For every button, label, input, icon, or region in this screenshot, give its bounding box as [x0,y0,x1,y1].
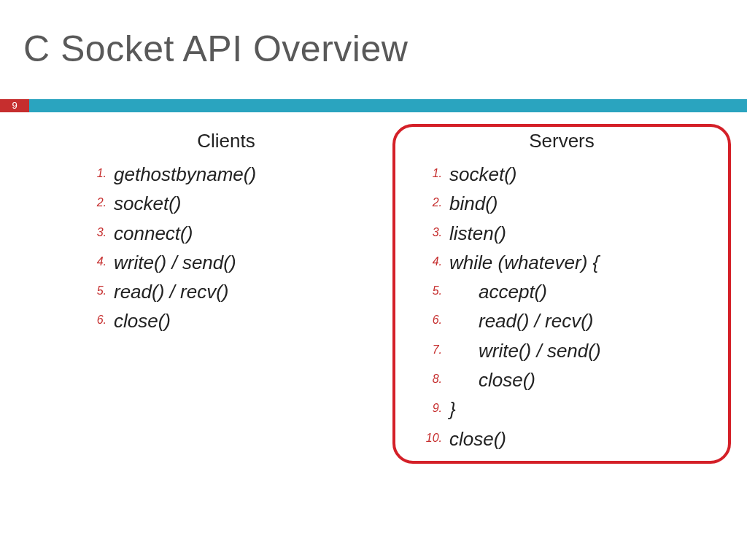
servers-column: Servers socket()bind()listen()while (wha… [401,130,722,454]
clients-step: connect() [85,219,387,248]
servers-step: socket() [420,160,722,189]
clients-step: read() / recv() [85,277,387,306]
slide: C Socket API Overview 9 Clients gethostb… [0,0,747,560]
servers-heading: Servers [401,130,722,152]
servers-step: } [420,394,722,424]
servers-step: close() [420,365,722,394]
servers-list: socket()bind()listen()while (whatever) {… [401,160,722,454]
servers-step: while (whatever) { [420,248,722,277]
clients-column: Clients gethostbyname()socket()connect()… [66,130,387,454]
content-area: Clients gethostbyname()socket()connect()… [0,130,747,454]
clients-step: write() / send() [85,248,387,277]
clients-heading: Clients [66,130,387,152]
clients-step: gethostbyname() [85,160,387,189]
clients-step: close() [85,306,387,335]
servers-step: accept() [420,277,722,306]
servers-step: close() [420,424,722,454]
servers-step: write() / send() [420,336,722,365]
servers-step: bind() [420,189,722,218]
accent-bar [0,99,747,112]
servers-step: read() / recv() [420,306,722,335]
clients-list: gethostbyname()socket()connect()write() … [66,160,387,336]
servers-step: listen() [420,219,722,248]
clients-step: socket() [85,189,387,218]
slide-title: C Socket API Overview [23,28,408,70]
page-number-badge: 9 [0,99,29,112]
